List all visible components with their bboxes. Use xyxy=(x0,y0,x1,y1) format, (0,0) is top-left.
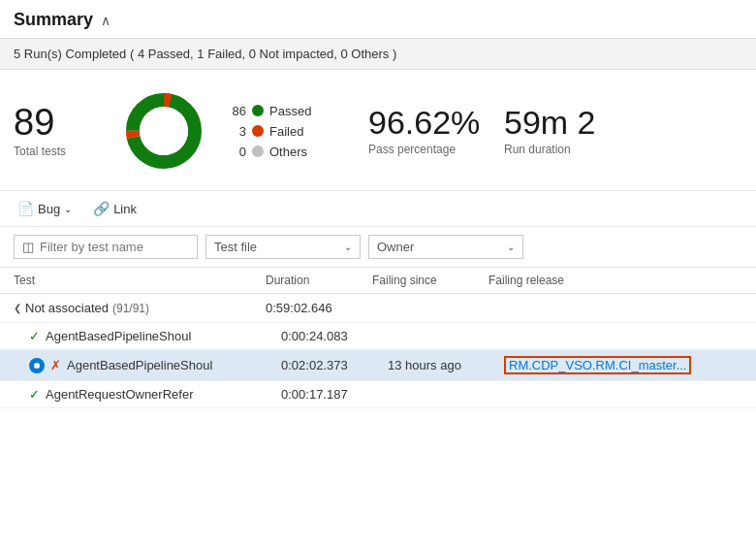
table-header: Test Duration Failing since Failing rele… xyxy=(0,268,756,294)
test-cell: ✓ AgentBasedPipelineShoul xyxy=(29,329,281,343)
failing-release[interactable]: RM.CDP_VSO.RM.CI_master... xyxy=(504,356,742,374)
link-label: Link xyxy=(113,202,137,216)
test-cell: ✗ AgentBasedPipelineShoul xyxy=(29,358,281,373)
run-summary-bar: 5 Run(s) Completed ( 4 Passed, 1 Failed,… xyxy=(0,39,756,70)
filter-icon: ◫ xyxy=(22,240,34,254)
bug-button[interactable]: 📄 Bug ⌄ xyxy=(14,199,76,218)
fail-icon: ✗ xyxy=(50,358,61,372)
link-icon: 🔗 xyxy=(93,201,110,216)
test-duration: 0:00:24.083 xyxy=(281,329,388,343)
donut-svg xyxy=(120,87,207,175)
test-cell: ✓ AgentRequestOwnerRefer xyxy=(29,387,281,402)
total-tests-label: Total tests xyxy=(14,145,66,158)
failed-label: Failed xyxy=(269,124,303,139)
summary-header: Summary ∧ xyxy=(0,0,756,39)
test-duration: 0:00:17.187 xyxy=(281,387,388,402)
others-dot xyxy=(252,145,264,157)
pass-percentage-label: Pass percentage xyxy=(368,143,456,156)
test-name: AgentBasedPipelineShoul xyxy=(67,358,212,372)
table-body: ❮ Not associated (91/91) 0:59:02.646 ✓ A… xyxy=(0,294,756,408)
group-row: ❮ Not associated (91/91) 0:59:02.646 xyxy=(0,294,756,323)
failing-release-highlighted: RM.CDP_VSO.RM.CI_master... xyxy=(504,356,691,374)
table-row: ✓ AgentRequestOwnerRefer 0:00:17.187 xyxy=(0,381,756,408)
test-file-chevron-icon: ⌄ xyxy=(344,242,352,252)
group-count: (91/91) xyxy=(112,302,149,315)
svg-point-4 xyxy=(140,107,188,155)
test-name: AgentRequestOwnerRefer xyxy=(46,387,193,402)
test-name-filter-input[interactable] xyxy=(40,240,189,254)
bug-document-icon: 📄 xyxy=(17,201,34,216)
test-file-label: Test file xyxy=(214,240,257,254)
group-name: Not associated xyxy=(25,301,109,315)
passed-count: 86 xyxy=(227,104,246,118)
donut-chart xyxy=(120,87,207,175)
table-row: ✓ AgentBasedPipelineShoul 0:00:24.083 xyxy=(0,323,756,350)
legend-passed: 86 Passed xyxy=(227,104,333,118)
owner-chevron-icon: ⌄ xyxy=(507,242,515,252)
bug-label: Bug xyxy=(38,202,60,216)
run-duration-number: 59m 2 xyxy=(504,106,596,139)
failed-dot xyxy=(252,125,264,137)
group-duration: 0:59:02.646 xyxy=(266,301,372,315)
collapse-chevron-icon[interactable]: ∧ xyxy=(101,13,110,28)
test-file-select[interactable]: Test file ⌄ xyxy=(205,235,361,259)
total-tests-number: 89 xyxy=(14,104,54,141)
pass-percentage: 96.62% Pass percentage xyxy=(368,106,485,156)
test-duration: 0:02:02.373 xyxy=(281,358,388,372)
col-failing-release: Failing release xyxy=(488,274,742,287)
pass-icon: ✓ xyxy=(29,329,40,343)
test-name-filter-wrapper: ◫ xyxy=(14,235,198,259)
col-test: Test xyxy=(14,274,266,287)
passed-label: Passed xyxy=(269,104,311,118)
actions-bar: 📄 Bug ⌄ 🔗 Link xyxy=(0,191,756,227)
run-duration: 59m 2 Run duration xyxy=(504,106,596,156)
legend-others: 0 Others xyxy=(227,145,333,159)
pass-icon: ✓ xyxy=(29,387,40,402)
owner-label: Owner xyxy=(377,240,414,254)
run-duration-label: Run duration xyxy=(504,143,571,156)
run-summary-text: 5 Run(s) Completed ( 4 Passed, 1 Failed,… xyxy=(14,47,396,61)
group-cell: ❮ Not associated (91/91) xyxy=(14,301,266,315)
col-duration: Duration xyxy=(266,274,372,287)
table-row: ✗ AgentBasedPipelineShoul 0:02:02.373 13… xyxy=(0,350,756,381)
selected-row-indicator xyxy=(29,358,45,373)
others-label: Others xyxy=(269,145,307,159)
page-title: Summary xyxy=(14,10,93,30)
chart-legend: 86 Passed 3 Failed 0 Others xyxy=(227,104,333,159)
link-button[interactable]: 🔗 Link xyxy=(89,199,141,218)
bug-chevron-icon: ⌄ xyxy=(64,204,72,214)
total-tests: 89 Total tests xyxy=(14,104,101,158)
legend-failed: 3 Failed xyxy=(227,124,333,139)
metrics-row: 89 Total tests 86 Passed 3 xyxy=(0,70,756,191)
filters-row: ◫ Test file ⌄ Owner ⌄ xyxy=(0,227,756,268)
group-chevron-icon[interactable]: ❮ xyxy=(14,303,21,313)
test-name: AgentBasedPipelineShoul xyxy=(46,329,191,343)
failing-since: 13 hours ago xyxy=(388,358,504,372)
col-failing-since: Failing since xyxy=(372,274,488,287)
others-count: 0 xyxy=(227,145,246,159)
passed-dot xyxy=(252,105,264,116)
pass-percentage-number: 96.62% xyxy=(368,106,480,139)
owner-select[interactable]: Owner ⌄ xyxy=(368,235,523,259)
failed-count: 3 xyxy=(227,124,246,139)
